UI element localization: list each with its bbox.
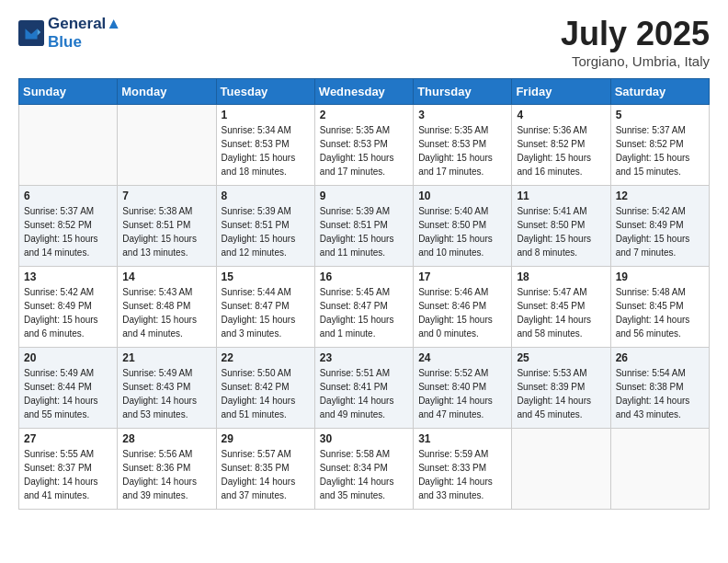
calendar-cell: 15Sunrise: 5:44 AMSunset: 8:47 PMDayligh… [216, 267, 314, 348]
calendar-cell: 11Sunrise: 5:41 AMSunset: 8:50 PMDayligh… [512, 186, 610, 267]
col-header-saturday: Saturday [610, 79, 709, 105]
day-number: 14 [122, 270, 210, 283]
day-info: Sunrise: 5:50 AMSunset: 8:42 PMDaylight:… [222, 366, 310, 421]
calendar-cell: 21Sunrise: 5:49 AMSunset: 8:43 PMDayligh… [118, 348, 216, 429]
day-number: 25 [517, 351, 605, 364]
day-number: 4 [517, 109, 605, 121]
day-info: Sunrise: 5:36 AMSunset: 8:52 PMDaylight:… [517, 123, 605, 178]
calendar-cell: 30Sunrise: 5:58 AMSunset: 8:34 PMDayligh… [314, 429, 413, 510]
calendar-week-row: 27Sunrise: 5:55 AMSunset: 8:37 PMDayligh… [19, 429, 710, 510]
day-info: Sunrise: 5:42 AMSunset: 8:49 PMDaylight:… [24, 285, 112, 340]
day-info: Sunrise: 5:58 AMSunset: 8:34 PMDaylight:… [320, 447, 408, 502]
day-number: 27 [24, 432, 112, 445]
day-number: 22 [222, 351, 310, 364]
calendar-cell: 5Sunrise: 5:37 AMSunset: 8:52 PMDaylight… [610, 105, 709, 186]
day-info: Sunrise: 5:49 AMSunset: 8:43 PMDaylight:… [122, 366, 210, 421]
day-info: Sunrise: 5:34 AMSunset: 8:53 PMDaylight:… [222, 123, 310, 178]
col-header-friday: Friday [512, 79, 610, 105]
day-number: 6 [24, 190, 112, 202]
calendar-table: SundayMondayTuesdayWednesdayThursdayFrid… [18, 78, 710, 510]
calendar-cell: 4Sunrise: 5:36 AMSunset: 8:52 PMDaylight… [512, 105, 610, 186]
col-header-tuesday: Tuesday [216, 79, 314, 105]
day-number: 28 [122, 432, 210, 445]
calendar-cell: 2Sunrise: 5:35 AMSunset: 8:53 PMDaylight… [314, 105, 413, 186]
calendar-cell: 28Sunrise: 5:56 AMSunset: 8:36 PMDayligh… [118, 429, 216, 510]
calendar-cell: 6Sunrise: 5:37 AMSunset: 8:52 PMDaylight… [19, 186, 118, 267]
day-info: Sunrise: 5:53 AMSunset: 8:39 PMDaylight:… [517, 366, 605, 421]
title-block: July 2025 Torgiano, Umbria, Italy [561, 15, 710, 69]
day-number: 26 [616, 351, 704, 364]
page: General▲ Blue July 2025 Torgiano, Umbria… [0, 0, 728, 524]
day-info: Sunrise: 5:35 AMSunset: 8:53 PMDaylight:… [418, 123, 506, 178]
day-number: 7 [122, 190, 210, 202]
logo-icon [18, 20, 44, 46]
calendar-cell: 12Sunrise: 5:42 AMSunset: 8:49 PMDayligh… [610, 186, 709, 267]
calendar-cell: 8Sunrise: 5:39 AMSunset: 8:51 PMDaylight… [216, 186, 314, 267]
calendar-cell: 24Sunrise: 5:52 AMSunset: 8:40 PMDayligh… [414, 348, 512, 429]
day-info: Sunrise: 5:48 AMSunset: 8:45 PMDaylight:… [616, 285, 704, 340]
day-number: 18 [517, 270, 605, 283]
day-info: Sunrise: 5:56 AMSunset: 8:36 PMDaylight:… [122, 447, 210, 502]
day-info: Sunrise: 5:47 AMSunset: 8:45 PMDaylight:… [517, 285, 605, 340]
calendar-cell: 9Sunrise: 5:39 AMSunset: 8:51 PMDaylight… [314, 186, 413, 267]
location-title: Torgiano, Umbria, Italy [561, 53, 710, 69]
svg-rect-0 [18, 20, 44, 46]
calendar-cell [610, 429, 709, 510]
calendar-cell [512, 429, 610, 510]
day-number: 24 [418, 351, 506, 364]
calendar-cell: 1Sunrise: 5:34 AMSunset: 8:53 PMDaylight… [216, 105, 314, 186]
day-number: 11 [517, 190, 605, 202]
day-number: 12 [616, 190, 704, 202]
day-number: 31 [418, 432, 506, 445]
calendar-cell: 29Sunrise: 5:57 AMSunset: 8:35 PMDayligh… [216, 429, 314, 510]
col-header-thursday: Thursday [414, 79, 512, 105]
calendar-cell: 10Sunrise: 5:40 AMSunset: 8:50 PMDayligh… [414, 186, 512, 267]
day-info: Sunrise: 5:39 AMSunset: 8:51 PMDaylight:… [320, 204, 408, 259]
day-info: Sunrise: 5:42 AMSunset: 8:49 PMDaylight:… [616, 204, 704, 259]
col-header-wednesday: Wednesday [314, 79, 413, 105]
day-number: 21 [122, 351, 210, 364]
day-number: 1 [222, 109, 310, 121]
day-info: Sunrise: 5:59 AMSunset: 8:33 PMDaylight:… [418, 447, 506, 502]
day-number: 19 [616, 270, 704, 283]
calendar-cell: 7Sunrise: 5:38 AMSunset: 8:51 PMDaylight… [118, 186, 216, 267]
day-info: Sunrise: 5:52 AMSunset: 8:40 PMDaylight:… [418, 366, 506, 421]
calendar-cell: 31Sunrise: 5:59 AMSunset: 8:33 PMDayligh… [414, 429, 512, 510]
day-info: Sunrise: 5:57 AMSunset: 8:35 PMDaylight:… [222, 447, 310, 502]
day-info: Sunrise: 5:39 AMSunset: 8:51 PMDaylight:… [222, 204, 310, 259]
day-info: Sunrise: 5:46 AMSunset: 8:46 PMDaylight:… [418, 285, 506, 340]
calendar-cell: 20Sunrise: 5:49 AMSunset: 8:44 PMDayligh… [19, 348, 118, 429]
calendar-cell: 22Sunrise: 5:50 AMSunset: 8:42 PMDayligh… [216, 348, 314, 429]
calendar-week-row: 1Sunrise: 5:34 AMSunset: 8:53 PMDaylight… [19, 105, 710, 186]
calendar-cell: 27Sunrise: 5:55 AMSunset: 8:37 PMDayligh… [19, 429, 118, 510]
col-header-monday: Monday [118, 79, 216, 105]
day-info: Sunrise: 5:45 AMSunset: 8:47 PMDaylight:… [320, 285, 408, 340]
day-number: 23 [320, 351, 408, 364]
logo-text: General▲ Blue [48, 15, 121, 51]
calendar-cell: 25Sunrise: 5:53 AMSunset: 8:39 PMDayligh… [512, 348, 610, 429]
day-number: 17 [418, 270, 506, 283]
day-info: Sunrise: 5:51 AMSunset: 8:41 PMDaylight:… [320, 366, 408, 421]
day-info: Sunrise: 5:41 AMSunset: 8:50 PMDaylight:… [517, 204, 605, 259]
calendar-week-row: 6Sunrise: 5:37 AMSunset: 8:52 PMDaylight… [19, 186, 710, 267]
calendar-cell: 16Sunrise: 5:45 AMSunset: 8:47 PMDayligh… [314, 267, 413, 348]
month-title: July 2025 [561, 15, 710, 53]
day-info: Sunrise: 5:43 AMSunset: 8:48 PMDaylight:… [122, 285, 210, 340]
calendar-cell [118, 105, 216, 186]
day-info: Sunrise: 5:38 AMSunset: 8:51 PMDaylight:… [122, 204, 210, 259]
col-header-sunday: Sunday [19, 79, 118, 105]
day-number: 5 [616, 109, 704, 121]
calendar-cell: 26Sunrise: 5:54 AMSunset: 8:38 PMDayligh… [610, 348, 709, 429]
day-info: Sunrise: 5:49 AMSunset: 8:44 PMDaylight:… [24, 366, 112, 421]
day-info: Sunrise: 5:54 AMSunset: 8:38 PMDaylight:… [616, 366, 704, 421]
calendar-cell: 17Sunrise: 5:46 AMSunset: 8:46 PMDayligh… [414, 267, 512, 348]
calendar-cell: 13Sunrise: 5:42 AMSunset: 8:49 PMDayligh… [19, 267, 118, 348]
day-number: 15 [222, 270, 310, 283]
calendar-cell: 3Sunrise: 5:35 AMSunset: 8:53 PMDaylight… [414, 105, 512, 186]
calendar-week-row: 13Sunrise: 5:42 AMSunset: 8:49 PMDayligh… [19, 267, 710, 348]
logo: General▲ Blue [18, 15, 121, 51]
calendar-cell: 23Sunrise: 5:51 AMSunset: 8:41 PMDayligh… [314, 348, 413, 429]
day-number: 29 [222, 432, 310, 445]
day-number: 13 [24, 270, 112, 283]
day-number: 16 [320, 270, 408, 283]
